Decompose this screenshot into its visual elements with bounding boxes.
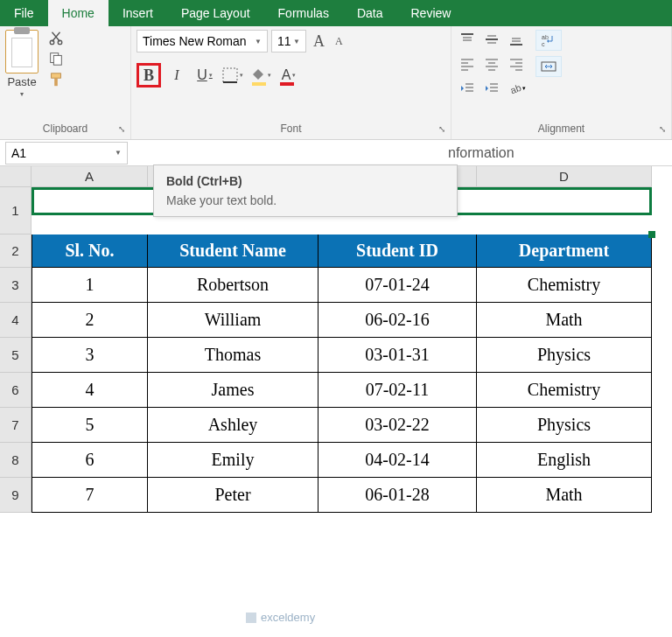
cell-id[interactable]: 04-02-14 (318, 443, 477, 478)
font-name-select[interactable]: Times New Roman▼ (136, 30, 268, 52)
cell-dept[interactable]: Math (477, 303, 652, 338)
underline-button[interactable]: U▾ (192, 63, 217, 88)
wrap-text-button[interactable]: abc (536, 30, 562, 51)
font-color-button[interactable]: A▾ (276, 63, 301, 88)
cell-slno[interactable]: 4 (32, 373, 148, 408)
font-size-value: 11 (277, 34, 291, 48)
cell-slno[interactable]: 3 (32, 338, 148, 373)
cut-icon[interactable] (47, 30, 65, 46)
select-all-corner[interactable] (0, 166, 32, 187)
fill-color-button[interactable]: ▾ (248, 63, 273, 88)
merge-center-button[interactable] (536, 56, 562, 77)
cell-slno[interactable]: 6 (32, 443, 148, 478)
tab-page-layout[interactable]: Page Layout (167, 0, 264, 26)
row-header-2[interactable]: 2 (0, 234, 32, 268)
borders-button[interactable]: ▾ (220, 63, 245, 88)
cell-name[interactable]: Ashley (148, 408, 318, 443)
cell-id[interactable]: 07-01-24 (318, 268, 477, 303)
group-alignment: ab▾ abc Alignment⤡ (452, 26, 672, 139)
decrease-indent-icon[interactable] (457, 79, 478, 98)
svg-text:c: c (542, 41, 545, 47)
cell-dept[interactable]: Chemistry (477, 268, 652, 303)
header-department[interactable]: Department (477, 234, 652, 268)
clipboard-launcher-icon[interactable]: ⤡ (118, 124, 125, 134)
font-name-value: Times New Roman (143, 34, 247, 48)
tab-insert[interactable]: Insert (108, 0, 167, 26)
cell-slno[interactable]: 1 (32, 268, 148, 303)
format-painter-icon[interactable] (47, 72, 65, 88)
alignment-launcher-icon[interactable]: ⤡ (659, 124, 666, 134)
watermark: exceldemy (245, 611, 315, 624)
align-right-icon[interactable] (506, 54, 527, 74)
col-header-d[interactable]: D (477, 166, 652, 187)
cell-name[interactable]: James (148, 373, 318, 408)
cell-slno[interactable]: 2 (32, 303, 148, 338)
decrease-font-icon[interactable]: A (332, 35, 346, 48)
cell-dept[interactable]: English (477, 443, 652, 478)
tab-file[interactable]: File (0, 0, 48, 26)
row-header-9[interactable]: 9 (0, 478, 32, 513)
col-header-a[interactable]: A (32, 166, 148, 187)
row-header-1[interactable]: 1 (0, 187, 32, 234)
cell-id[interactable]: 03-01-31 (318, 338, 477, 373)
tab-home[interactable]: Home (48, 0, 108, 26)
font-launcher-icon[interactable]: ⤡ (438, 124, 445, 134)
cell-id[interactable]: 06-02-16 (318, 303, 477, 338)
spreadsheet-grid: A B C D 1 Student Information 2 Sl. No. … (0, 166, 672, 513)
header-student-name[interactable]: Student Name (148, 234, 318, 268)
row-header-5[interactable]: 5 (0, 338, 32, 373)
cell-slno[interactable]: 5 (32, 408, 148, 443)
orientation-icon[interactable]: ab▾ (506, 79, 527, 98)
tooltip-body: Make your text bold. (166, 193, 444, 207)
cell-dept[interactable]: Physics (477, 408, 652, 443)
align-center-icon[interactable] (481, 54, 502, 74)
tab-review[interactable]: Review (397, 0, 466, 26)
header-student-id[interactable]: Student ID (318, 234, 477, 268)
svg-rect-6 (223, 68, 237, 82)
row-header-6[interactable]: 6 (0, 373, 32, 408)
paste-button[interactable]: Paste ▾ (5, 30, 38, 98)
svg-text:ab: ab (509, 82, 522, 95)
cell-dept[interactable]: Math (477, 478, 652, 513)
increase-indent-icon[interactable] (481, 79, 502, 98)
cell-name[interactable]: Peter (148, 478, 318, 513)
cell-dept[interactable]: Physics (477, 338, 652, 373)
align-middle-icon[interactable] (481, 30, 502, 49)
row-header-3[interactable]: 3 (0, 268, 32, 303)
tooltip-title: Bold (Ctrl+B) (166, 174, 444, 188)
bold-tooltip: Bold (Ctrl+B) Make your text bold. (153, 164, 458, 217)
cell-name[interactable]: Robertson (148, 268, 318, 303)
name-box[interactable]: A1▼ (5, 142, 128, 164)
row-header-7[interactable]: 7 (0, 408, 32, 443)
formula-bar-text: nformation (133, 145, 514, 161)
align-left-icon[interactable] (457, 54, 478, 74)
align-top-icon[interactable] (457, 30, 478, 49)
copy-icon[interactable] (47, 51, 65, 66)
cell-slno[interactable]: 7 (32, 478, 148, 513)
row-header-4[interactable]: 4 (0, 303, 32, 338)
font-group-label: Font (280, 122, 301, 135)
cell-id[interactable]: 03-02-22 (318, 408, 477, 443)
name-box-value: A1 (11, 146, 26, 160)
cell-id[interactable]: 07-02-11 (318, 373, 477, 408)
cell-id[interactable]: 06-01-28 (318, 478, 477, 513)
tab-formulas[interactable]: Formulas (264, 0, 343, 26)
cell-name[interactable]: William (148, 303, 318, 338)
clipboard-icon (5, 30, 38, 74)
row-header-8[interactable]: 8 (0, 443, 32, 478)
cell-name[interactable]: Emily (148, 443, 318, 478)
tab-data[interactable]: Data (343, 0, 397, 26)
svg-text:ab: ab (542, 34, 549, 40)
header-sl-no[interactable]: Sl. No. (32, 234, 148, 268)
cell-dept[interactable]: Chemistry (477, 373, 652, 408)
align-bottom-icon[interactable] (506, 30, 527, 49)
bold-button[interactable]: B (136, 63, 161, 88)
cell-name[interactable]: Thomas (148, 338, 318, 373)
formula-bar-row: A1▼ nformation (0, 140, 672, 166)
font-size-select[interactable]: 11▼ (271, 30, 306, 52)
group-font: Times New Roman▼ 11▼ A A B I U▾ ▾ ▾ A▾ F… (131, 26, 452, 139)
fill-handle[interactable] (648, 231, 655, 238)
paste-label: Paste (7, 75, 36, 88)
increase-font-icon[interactable]: A (310, 32, 328, 51)
italic-button[interactable]: I (164, 63, 189, 88)
